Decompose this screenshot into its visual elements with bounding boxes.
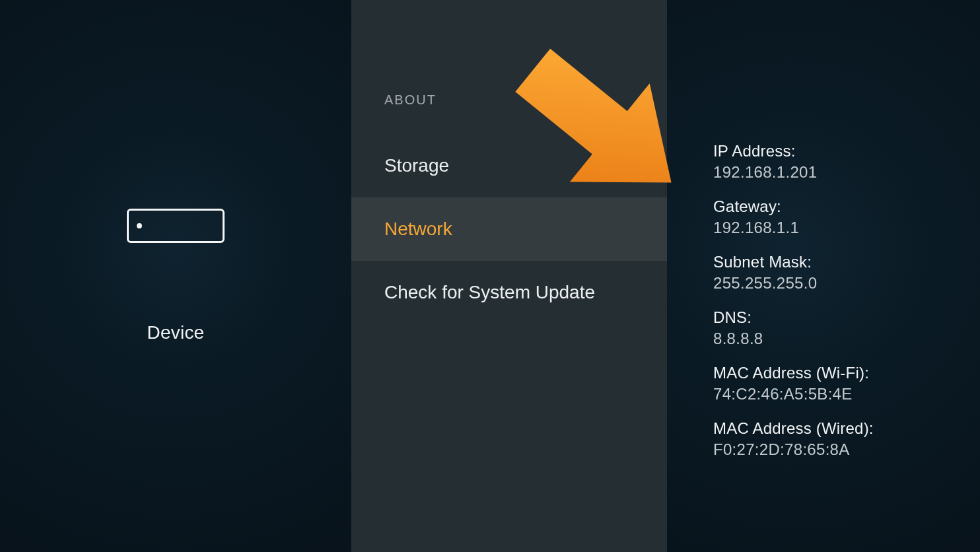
detail-label: Subnet Mask:	[713, 253, 980, 271]
detail-label: DNS:	[713, 308, 980, 327]
detail-value: 192.168.1.1	[713, 219, 980, 237]
detail-value: 255.255.255.0	[713, 274, 980, 293]
detail-value: 8.8.8.8	[713, 329, 980, 348]
menu-item-check-update[interactable]: Check for System Update	[351, 261, 667, 324]
device-section-label: Device	[147, 322, 205, 343]
detail-label: MAC Address (Wired):	[713, 419, 980, 438]
detail-label: Gateway:	[713, 197, 980, 216]
detail-label: IP Address:	[713, 142, 980, 160]
detail-mac-wifi: MAC Address (Wi-Fi): 74:C2:46:A5:5B:4E	[713, 364, 980, 403]
detail-label: MAC Address (Wi-Fi):	[713, 364, 980, 382]
left-panel: Device	[0, 0, 351, 552]
device-icon	[127, 209, 225, 243]
detail-value: 192.168.1.201	[713, 163, 980, 182]
detail-subnet-mask: Subnet Mask: 255.255.255.0	[713, 253, 980, 293]
about-heading: ABOUT	[351, 92, 667, 108]
detail-value: 74:C2:46:A5:5B:4E	[713, 385, 980, 403]
menu-item-network[interactable]: Network	[351, 197, 667, 261]
menu-item-storage[interactable]: Storage	[351, 134, 667, 197]
network-details-panel: IP Address: 192.168.1.201 Gateway: 192.1…	[667, 0, 980, 552]
about-menu-panel: ABOUT Storage Network Check for System U…	[351, 0, 667, 552]
detail-dns: DNS: 8.8.8.8	[713, 308, 980, 348]
detail-value: F0:27:2D:78:65:8A	[713, 440, 980, 459]
detail-mac-wired: MAC Address (Wired): F0:27:2D:78:65:8A	[713, 419, 980, 459]
detail-ip-address: IP Address: 192.168.1.201	[713, 142, 980, 182]
detail-gateway: Gateway: 192.168.1.1	[713, 197, 980, 237]
